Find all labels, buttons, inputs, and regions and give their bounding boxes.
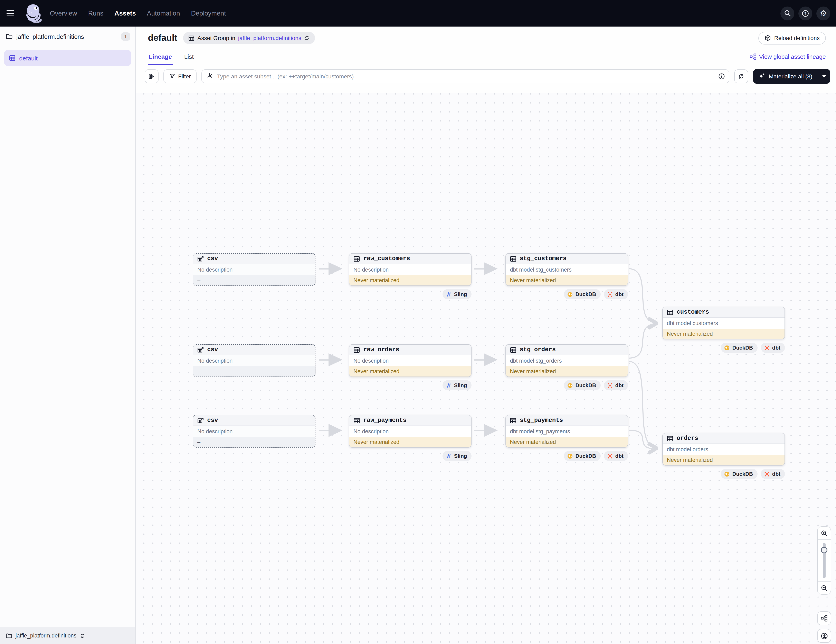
- duckdb-icon: [724, 471, 730, 477]
- tag-dbt[interactable]: dbt: [604, 451, 628, 461]
- sync-icon[interactable]: [304, 35, 310, 41]
- asset-node-csv-1[interactable]: csv No description –: [193, 253, 315, 286]
- help-icon: ?: [802, 10, 809, 17]
- relayout-graph-button[interactable]: [817, 611, 831, 625]
- zoom-out-button[interactable]: [818, 582, 831, 594]
- info-icon[interactable]: [718, 73, 725, 80]
- asset-description: No description: [193, 426, 315, 437]
- asset-description: No description: [349, 355, 471, 366]
- sparkle-icon: [759, 73, 766, 80]
- asset-node-orders[interactable]: orders dbt model orders Never materializ…: [662, 433, 785, 479]
- asset-title: orders: [677, 435, 698, 442]
- gear-icon: ⚙: [820, 10, 827, 17]
- filter-button[interactable]: Filter: [163, 69, 196, 83]
- app-root: Overview Runs Assets Automation Deployme…: [0, 0, 836, 644]
- badge-repo-link[interactable]: jaffle_platform.definitions: [238, 35, 301, 41]
- duckdb-icon: [724, 345, 730, 351]
- reload-definitions-button[interactable]: Reload definitions: [758, 32, 826, 44]
- sidebar-item-default[interactable]: default: [4, 50, 131, 66]
- nav-item-automation[interactable]: Automation: [147, 10, 180, 17]
- asset-subset-input[interactable]: [216, 72, 715, 80]
- tag-duckdb[interactable]: DuckDB: [721, 469, 758, 479]
- asset-status: Never materialized: [506, 366, 628, 377]
- dagster-octopus-icon: [24, 3, 42, 24]
- asset-node-stg-orders[interactable]: stg_orders dbt model stg_orders Never ma…: [505, 344, 628, 390]
- hamburger-menu-icon[interactable]: [7, 7, 20, 20]
- asset-description: No description: [193, 355, 315, 366]
- dagster-logo[interactable]: [24, 3, 42, 24]
- zoom-slider-thumb[interactable]: [821, 547, 828, 553]
- sling-icon: [446, 291, 452, 297]
- asset-group-badge: Asset Group in jaffle_platform.definitio…: [183, 32, 315, 44]
- materialize-all-button[interactable]: Materialize all (8): [753, 69, 830, 83]
- asset-node-raw-orders[interactable]: raw_orders No description Never material…: [349, 344, 472, 390]
- footer-repo-label: jaffle_platform.definitions: [16, 633, 77, 639]
- asset-node-csv-3[interactable]: csv No description –: [193, 415, 315, 448]
- tag-sling[interactable]: Sling: [442, 289, 472, 299]
- lineage-toolbar: Filter: [136, 65, 836, 87]
- shell: jaffle_platform.definitions 1 default j: [0, 26, 836, 644]
- asset-title: raw_payments: [363, 417, 407, 424]
- asset-status: Never materialized: [506, 437, 628, 447]
- asset-status: Never materialized: [663, 329, 785, 339]
- repo-label: jaffle_platform.definitions: [16, 33, 117, 40]
- nav-item-runs[interactable]: Runs: [88, 10, 103, 17]
- download-image-button[interactable]: [817, 629, 831, 643]
- asset-title: stg_customers: [520, 255, 567, 262]
- search-button[interactable]: [780, 7, 794, 20]
- asset-title: stg_payments: [520, 417, 563, 424]
- tag-duckdb[interactable]: DuckDB: [564, 380, 601, 390]
- materialize-dropdown-button[interactable]: [818, 69, 830, 83]
- zoom-slider[interactable]: [818, 540, 831, 582]
- sidebar-divider: [0, 46, 135, 46]
- folder-icon: [6, 633, 12, 639]
- zoom-in-button[interactable]: [818, 527, 831, 540]
- table-icon: [353, 417, 360, 424]
- tag-duckdb[interactable]: DuckDB: [564, 289, 601, 299]
- tag-dbt[interactable]: dbt: [604, 289, 628, 299]
- tab-list[interactable]: List: [183, 53, 194, 65]
- settings-button[interactable]: ⚙: [816, 7, 830, 20]
- tag-duckdb[interactable]: DuckDB: [721, 342, 758, 353]
- main-panel: default Asset Group in jaffle_platform.d…: [136, 26, 836, 644]
- asset-title: raw_orders: [363, 346, 399, 353]
- view-global-lineage-link[interactable]: View global asset lineage: [749, 54, 826, 65]
- nav-item-assets[interactable]: Assets: [114, 10, 136, 17]
- help-button[interactable]: ?: [798, 7, 812, 20]
- tag-dbt[interactable]: dbt: [604, 380, 628, 390]
- tag-sling[interactable]: Sling: [442, 451, 472, 461]
- tabs: Lineage List View global asset lineage: [148, 53, 826, 65]
- asset-status: –: [193, 275, 315, 285]
- open-panel-button[interactable]: [145, 69, 158, 83]
- tag-duckdb[interactable]: DuckDB: [564, 451, 601, 461]
- asset-description: dbt model customers: [663, 318, 785, 329]
- asset-status: Never materialized: [349, 437, 471, 447]
- zoom-out-icon: [821, 585, 828, 591]
- asset-status: Never materialized: [349, 366, 471, 377]
- asset-description: dbt model stg_payments: [506, 426, 628, 437]
- tag-dbt[interactable]: dbt: [761, 342, 785, 353]
- asset-node-stg-customers[interactable]: stg_customers dbt model stg_customers Ne…: [505, 253, 628, 299]
- tag-dbt[interactable]: dbt: [761, 469, 785, 479]
- table-icon: [510, 417, 516, 424]
- asset-node-csv-2[interactable]: csv No description –: [193, 344, 315, 377]
- asset-node-raw-payments[interactable]: raw_payments No description Never materi…: [349, 415, 472, 461]
- asset-subset-search: [201, 69, 730, 83]
- lineage-canvas[interactable]: csv No description –: [136, 93, 836, 644]
- search-icon: [784, 10, 791, 17]
- nav-item-overview[interactable]: Overview: [50, 10, 77, 17]
- asset-node-raw-customers[interactable]: raw_customers No description Never mater…: [349, 253, 472, 299]
- asset-status: Never materialized: [349, 275, 471, 285]
- tag-sling[interactable]: Sling: [442, 380, 472, 390]
- sync-icon[interactable]: [80, 633, 85, 639]
- asset-node-stg-payments[interactable]: stg_payments dbt model stg_payments Neve…: [505, 415, 628, 461]
- sidebar-repo-row[interactable]: jaffle_platform.definitions 1: [0, 26, 135, 46]
- panel-expand-icon: [148, 73, 155, 80]
- asset-node-customers[interactable]: customers dbt model customers Never mate…: [662, 307, 785, 353]
- refresh-button[interactable]: [735, 69, 748, 83]
- nav-item-deployment[interactable]: Deployment: [191, 10, 226, 17]
- page-title: default: [148, 33, 177, 43]
- tab-lineage[interactable]: Lineage: [148, 53, 173, 65]
- asset-title: raw_customers: [363, 255, 410, 262]
- asset-status: Never materialized: [663, 455, 785, 465]
